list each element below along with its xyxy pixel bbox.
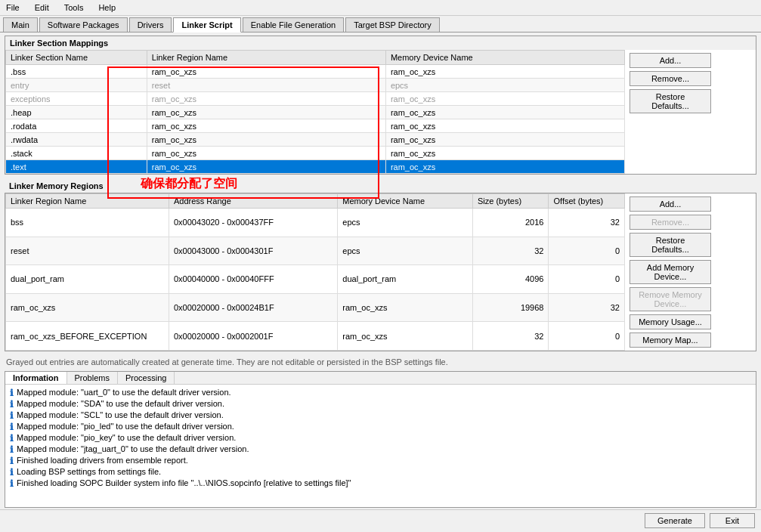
mem-region-name: bss [6, 209, 169, 237]
linker-section-row[interactable]: .stackram_oc_xzsram_oc_xzs [6, 147, 625, 160]
tab-software-packages[interactable]: Software Packages [39, 17, 128, 32]
generate-button[interactable]: Generate [645, 513, 705, 528]
memory-restore-button[interactable]: Restore Defaults... [630, 233, 711, 257]
memory-region-row[interactable]: dual_port_ram0x00040000 - 0x00040FFFdual… [6, 265, 625, 294]
tab-bar: Main Software Packages Drivers Linker Sc… [0, 16, 761, 32]
menu-edit[interactable]: Edit [32, 2, 52, 14]
memory-region-row[interactable]: bss0x00043020 - 0x000437FFepcs201632 [6, 209, 625, 237]
info-message: ℹMapped module: "SCL" to use the default… [10, 410, 751, 421]
linker-section-row[interactable]: .rwdataram_oc_xzsram_oc_xzs [6, 133, 625, 147]
memory-add-device-button[interactable]: Add Memory Device... [630, 260, 711, 284]
bottom-bar: Generate Exit [0, 509, 761, 531]
linker-section-row[interactable]: exceptionsram_oc_xzsram_oc_xzs [6, 92, 625, 106]
memory-region-row[interactable]: reset0x00043000 - 0x0004301Fepcs320 [6, 237, 625, 265]
col-header-region: Linker Region Name [147, 51, 385, 65]
memory-remove-button[interactable]: Remove... [630, 215, 711, 230]
tab-target-bsp-directory[interactable]: Target BSP Directory [345, 17, 440, 32]
linker-section-panel: Linker Section Mappings Linker Section N… [5, 36, 756, 175]
linker-section-row[interactable]: entryresetepcs [6, 79, 625, 92]
info-icon: ℹ [10, 478, 14, 489]
linker-section-row[interactable]: .bssram_oc_xzsram_oc_xzs [6, 65, 625, 79]
info-message: ℹMapped module: "jtag_uart_0" to use the… [10, 444, 751, 455]
linker-remove-button[interactable]: Remove... [630, 71, 711, 86]
linker-region-name[interactable]: ram_oc_xzs [147, 147, 385, 160]
col-header-size: Size (bytes) [472, 194, 549, 209]
chinese-annotation: 确保都分配了空间 [141, 176, 237, 192]
mem-offset: 0 [549, 237, 625, 265]
linker-region-name[interactable]: ram_oc_xzs [147, 92, 385, 106]
info-icon: ℹ [10, 467, 14, 478]
mem-size: 19968 [472, 293, 549, 322]
info-message-text: Mapped module: "pio_led" to use the defa… [17, 422, 234, 431]
mem-region-name: reset [6, 237, 169, 265]
memory-region-row[interactable]: ram_oc_xzs0x00020000 - 0x00024B1Fram_oc_… [6, 293, 625, 322]
tab-enable-file-generation[interactable]: Enable File Generation [243, 17, 345, 32]
mem-address-range: 0x00043000 - 0x0004301F [169, 237, 337, 265]
info-content[interactable]: ℹMapped module: "uart_0" to use the defa… [5, 385, 756, 507]
linker-section-name: .bss [6, 65, 147, 79]
info-tab-bar: Information Problems Processing [5, 372, 756, 385]
tab-linker-script[interactable]: Linker Script [173, 17, 240, 32]
tab-drivers[interactable]: Drivers [129, 17, 172, 32]
linker-region-input[interactable] [152, 162, 381, 172]
linker-memory-device: ram_oc_xzs [385, 119, 624, 133]
info-message: ℹFinished loading SOPC Builder system in… [10, 478, 751, 489]
menu-help[interactable]: Help [95, 2, 119, 14]
menu-tools[interactable]: Tools [61, 2, 87, 14]
linker-section-row[interactable]: .rodataram_oc_xzsram_oc_xzs [6, 119, 625, 133]
linker-region-name[interactable]: ram_oc_xzs [147, 119, 385, 133]
mem-device-name: epcs [338, 209, 473, 237]
mem-device-name: epcs [338, 237, 473, 265]
linker-memory-device: ram_oc_xzs [385, 106, 624, 119]
info-icon: ℹ [10, 399, 14, 410]
linker-memory-device: ram_oc_xzs [385, 160, 624, 174]
linker-region-name[interactable] [147, 160, 385, 174]
linker-section-buttons: Add... Remove... Restore Defaults... [625, 50, 716, 174]
tab-main[interactable]: Main [3, 17, 38, 32]
info-tab-problems[interactable]: Problems [67, 372, 118, 384]
mem-address-range: 0x00020000 - 0x00024B1F [169, 293, 337, 322]
memory-remove-device-button[interactable]: Remove Memory Device... [630, 287, 711, 311]
info-message: ℹMapped module: "uart_0" to use the defa… [10, 388, 751, 398]
info-tab-information[interactable]: Information [5, 372, 67, 384]
linker-region-name[interactable]: reset [147, 79, 385, 92]
linker-region-name[interactable]: ram_oc_xzs [147, 106, 385, 119]
memory-add-button[interactable]: Add... [630, 196, 711, 212]
menu-file[interactable]: File [3, 2, 23, 14]
col-header-section: Linker Section Name [6, 51, 147, 65]
linker-section-name: .heap [6, 106, 147, 119]
info-icon: ℹ [10, 388, 14, 398]
info-message-text: Finished loading SOPC Builder system inf… [17, 478, 351, 487]
info-panel: Information Problems Processing ℹMapped … [5, 371, 756, 508]
info-icon: ℹ [10, 422, 14, 432]
linker-section-row[interactable]: .heapram_oc_xzsram_oc_xzs [6, 106, 625, 119]
linker-restore-button[interactable]: Restore Defaults... [630, 89, 711, 113]
mem-device-name: dual_port_ram [338, 265, 473, 294]
linker-memory-device: ram_oc_xzs [385, 133, 624, 147]
mem-offset: 0 [549, 322, 625, 351]
memory-usage-button[interactable]: Memory Usage... [630, 314, 711, 329]
mem-size: 32 [472, 322, 549, 351]
info-tab-processing[interactable]: Processing [118, 372, 175, 384]
linker-region-name[interactable]: ram_oc_xzs [147, 65, 385, 79]
linker-section-name: .stack [6, 147, 147, 160]
linker-add-button[interactable]: Add... [630, 53, 711, 68]
memory-regions-panel: Linker Region Name Address Range Memory … [5, 193, 756, 351]
memory-region-row[interactable]: ram_oc_xzs_BEFORE_EXCEPTION0x00020000 - … [6, 322, 625, 351]
linker-section-name: .rodata [6, 119, 147, 133]
info-message: ℹMapped module: "pio_led" to use the def… [10, 422, 751, 432]
linker-memory-device: epcs [385, 79, 624, 92]
memory-map-button[interactable]: Memory Map... [630, 332, 711, 348]
linker-section-table: Linker Section Name Linker Region Name M… [5, 50, 625, 174]
info-message: ℹMapped module: "SDA" to use the default… [10, 399, 751, 410]
linker-section-row[interactable]: .textram_oc_xzs [6, 160, 625, 174]
exit-button[interactable]: Exit [710, 513, 755, 528]
linker-section-title: Linker Section Mappings [5, 36, 756, 50]
info-icon: ℹ [10, 444, 14, 455]
mem-region-name: dual_port_ram [6, 265, 169, 294]
info-message-text: Loading BSP settings from settings file. [17, 467, 161, 476]
mem-size: 4096 [472, 265, 549, 294]
linker-region-name[interactable]: ram_oc_xzs [147, 133, 385, 147]
linker-section-name: .rwdata [6, 133, 147, 147]
info-icon: ℹ [10, 433, 14, 444]
